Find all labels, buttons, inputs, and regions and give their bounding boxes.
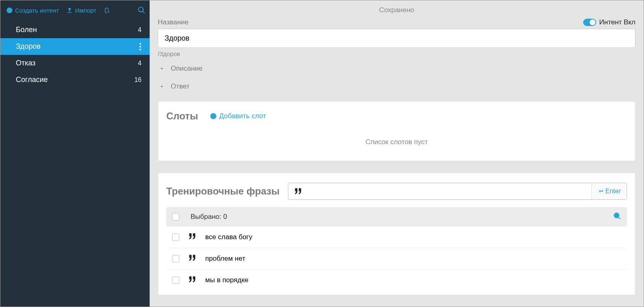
collapse-description[interactable]: Описание xyxy=(158,57,635,75)
sidebar-search-button[interactable] xyxy=(137,6,146,14)
main-area: Сохранено Название Интент Вкл /Здоров Оп… xyxy=(150,0,644,307)
intent-toggle-wrap: Интент Вкл xyxy=(583,18,635,26)
phrase-text[interactable]: все слава богу xyxy=(205,233,252,241)
search-icon xyxy=(613,212,621,220)
plus-circle-icon xyxy=(210,112,217,120)
selected-label: Выбрано: 0 xyxy=(191,213,227,221)
sidebar-item-count: 16 xyxy=(134,76,142,84)
quote-icon xyxy=(288,183,306,199)
select-all-checkbox[interactable] xyxy=(172,213,179,221)
phrases-card: Тренировочные фразы Enter Выбрано: 0 xyxy=(158,173,635,295)
collapse-label: Описание xyxy=(171,65,202,73)
phrase-checkbox[interactable] xyxy=(172,233,179,241)
chevron-down-icon xyxy=(159,65,165,72)
intent-path: /Здоров xyxy=(158,50,635,57)
collapse-label: Ответ xyxy=(171,82,190,91)
name-label: Название xyxy=(158,18,189,26)
sidebar-item-label: Болен xyxy=(16,26,37,34)
enter-label: Enter xyxy=(605,188,621,195)
export-icon xyxy=(104,7,111,14)
phrase-input-wrap: Enter xyxy=(288,183,627,200)
phrase-text[interactable]: мы в порядке xyxy=(205,276,249,284)
intent-name-input[interactable] xyxy=(158,29,635,48)
sidebar-item-soglasie[interactable]: Согласие 16 xyxy=(0,71,150,88)
svg-point-0 xyxy=(140,43,141,45)
create-intent-label: Создать интент xyxy=(15,7,59,14)
add-slot-button[interactable]: Добавить слот xyxy=(210,112,266,120)
sidebar-item-zdorov[interactable]: Здоров xyxy=(0,38,150,55)
phrase-text[interactable]: проблем нет xyxy=(205,255,245,263)
phrase-row: все слава богу xyxy=(166,227,627,248)
collapse-reply[interactable]: Ответ xyxy=(158,75,635,93)
sidebar-item-label: Согласие xyxy=(16,76,48,84)
upload-icon xyxy=(66,7,73,14)
quote-icon xyxy=(188,233,196,241)
sidebar-top-bar: Создать интент Импорт xyxy=(0,0,150,22)
intent-list: Болен 4 Здоров Отказ 4 Согласие 16 xyxy=(0,22,150,88)
intent-toggle[interactable] xyxy=(583,19,596,26)
phrase-row: проблем нет xyxy=(166,248,627,270)
sidebar-item-otkaz[interactable]: Отказ 4 xyxy=(0,55,150,71)
svg-point-3 xyxy=(614,213,619,218)
intent-toggle-label: Интент Вкл xyxy=(599,18,635,26)
sidebar-item-label: Здоров xyxy=(16,42,41,51)
slots-title: Слоты xyxy=(166,110,198,122)
phrases-header: Тренировочные фразы Enter xyxy=(166,183,627,200)
name-row: Название Интент Вкл xyxy=(158,18,635,26)
import-button[interactable]: Импорт xyxy=(66,7,96,14)
sidebar: Создать интент Импорт Болен 4 Здоров Отк… xyxy=(0,0,150,307)
enter-icon xyxy=(597,188,604,195)
sidebar-item-count: 4 xyxy=(138,60,142,67)
phrase-input[interactable] xyxy=(306,183,591,199)
select-row: Выбрано: 0 xyxy=(166,207,627,227)
svg-point-2 xyxy=(140,49,141,50)
quote-icon xyxy=(188,276,196,284)
phrase-row: мы в порядке xyxy=(166,270,627,291)
sidebar-item-label: Отказ xyxy=(16,59,36,67)
svg-point-1 xyxy=(140,46,141,48)
phrases-title: Тренировочные фразы xyxy=(166,186,280,197)
import-label: Импорт xyxy=(75,7,96,14)
enter-button[interactable]: Enter xyxy=(591,183,627,199)
sidebar-item-bolen[interactable]: Болен 4 xyxy=(0,22,150,38)
create-intent-button[interactable]: Создать интент xyxy=(6,7,59,14)
phrase-checkbox[interactable] xyxy=(172,277,179,284)
phrases-search-button[interactable] xyxy=(613,212,621,222)
slots-header: Слоты Добавить слот xyxy=(166,110,627,122)
phrase-checkbox[interactable] xyxy=(172,255,179,262)
add-slot-label: Добавить слот xyxy=(219,112,266,120)
saved-status: Сохранено xyxy=(158,0,635,18)
search-icon xyxy=(137,6,146,14)
slots-empty-text: Список слотов пуст xyxy=(166,138,627,146)
slots-card: Слоты Добавить слот Список слотов пуст xyxy=(158,101,635,161)
export-button[interactable] xyxy=(104,7,111,14)
chevron-down-icon xyxy=(159,83,165,90)
quote-icon xyxy=(188,255,196,263)
plus-circle-icon xyxy=(6,7,13,14)
sidebar-item-count: 4 xyxy=(138,26,142,34)
more-vert-icon[interactable] xyxy=(139,43,142,51)
